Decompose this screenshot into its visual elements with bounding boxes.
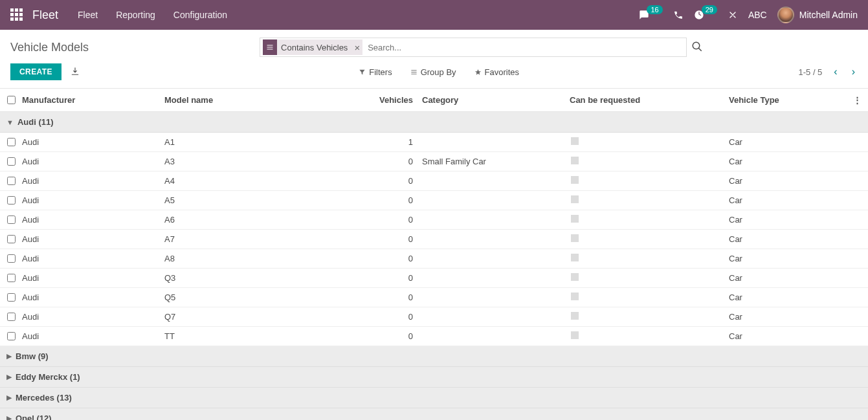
groupby-button[interactable]: Group By [410, 67, 456, 77]
cell-model: Q3 [164, 273, 365, 283]
pager-prev[interactable]: ‹ [831, 66, 840, 78]
discuss-count: 16 [647, 5, 662, 14]
row-checkbox[interactable] [7, 157, 16, 166]
cell-vehicle-type: Car [729, 293, 845, 302]
table-row[interactable]: AudiQ50Car [0, 288, 868, 307]
cell-manufacturer: Audi [22, 176, 164, 186]
cell-vehicles: 0 [365, 176, 417, 186]
phone-icon[interactable] [673, 10, 684, 20]
filters-button[interactable]: Filters [359, 67, 392, 77]
company-switcher[interactable]: ABC [748, 10, 767, 20]
col-vehicles[interactable]: Vehicles [365, 95, 417, 105]
col-vehicle-type[interactable]: Vehicle Type [729, 95, 845, 105]
row-checkbox[interactable] [7, 293, 16, 302]
group-row[interactable]: ▶Opel (12) [0, 408, 868, 420]
top-nav: Fleet Fleet Reporting Configuration 16 2… [0, 0, 868, 30]
cell-can-requested [570, 312, 729, 322]
cell-manufacturer: Audi [22, 234, 164, 244]
cell-can-requested [570, 254, 729, 263]
checkbox-indicator [571, 137, 579, 145]
row-checkbox[interactable] [7, 332, 16, 340]
row-checkbox[interactable] [7, 274, 16, 282]
group-row[interactable]: ▼Audi (11) [0, 112, 868, 133]
group-row[interactable]: ▶Eddy Merckx (1) [0, 367, 868, 388]
pager-next[interactable]: › [849, 66, 858, 78]
group-row[interactable]: ▶Mercedes (13) [0, 388, 868, 408]
user-menu[interactable]: Mitchell Admin [777, 6, 858, 23]
cell-manufacturer: Audi [22, 331, 164, 341]
col-model[interactable]: Model name [164, 95, 365, 105]
search-box[interactable]: Contains Vehicles × [260, 38, 687, 57]
cell-vehicles: 0 [365, 331, 417, 341]
list-view: Manufacturer Model name Vehicles Categor… [0, 89, 868, 420]
table-row[interactable]: AudiA11Car [0, 133, 868, 152]
app-brand[interactable]: Fleet [32, 8, 58, 22]
table-row[interactable]: AudiA80Car [0, 249, 868, 269]
nav-fleet[interactable]: Fleet [78, 10, 98, 20]
discuss-icon[interactable]: 16 [639, 10, 662, 20]
row-checkbox[interactable] [7, 313, 16, 321]
nav-configuration[interactable]: Configuration [173, 10, 227, 20]
table-row[interactable]: AudiQ70Car [0, 307, 868, 327]
import-button[interactable] [71, 67, 80, 78]
group-name: Audi (11) [17, 117, 54, 127]
cell-vehicle-type: Car [729, 215, 845, 225]
cell-model: A8 [164, 254, 365, 263]
col-optional-menu[interactable]: ⋮ [845, 95, 868, 105]
table-row[interactable]: AudiTT0Car [0, 327, 868, 346]
facet-remove[interactable]: × [351, 39, 362, 55]
cell-model: A1 [164, 137, 365, 147]
cell-model: A5 [164, 195, 365, 205]
create-button[interactable]: CREATE [10, 63, 61, 80]
nav-reporting[interactable]: Reporting [116, 10, 155, 20]
apps-icon[interactable] [10, 8, 23, 21]
table-row[interactable]: AudiA30Small Family CarCar [0, 152, 868, 171]
search-input[interactable] [365, 43, 684, 52]
row-checkbox[interactable] [7, 235, 16, 243]
checkbox-indicator [571, 273, 579, 281]
cell-model: A4 [164, 176, 365, 186]
svg-rect-7 [411, 73, 416, 74]
cell-category: Small Family Car [417, 157, 570, 166]
activities-icon[interactable]: 29 [694, 10, 717, 20]
table-row[interactable]: AudiA60Car [0, 210, 868, 230]
search-icon[interactable] [691, 41, 703, 54]
cell-manufacturer: Audi [22, 312, 164, 322]
select-all-checkbox[interactable] [7, 96, 16, 104]
col-can-requested[interactable]: Can be requested [570, 95, 729, 105]
pager-text: 1-5 / 5 [798, 67, 822, 77]
checkbox-indicator [571, 312, 579, 320]
col-manufacturer[interactable]: Manufacturer [22, 95, 164, 105]
close-tray-icon[interactable] [728, 10, 738, 20]
favorites-button[interactable]: Favorites [474, 67, 519, 77]
cell-vehicles: 0 [365, 195, 417, 205]
group-name: Mercedes (13) [16, 393, 72, 403]
user-avatar [777, 6, 794, 23]
cell-can-requested [570, 234, 729, 244]
table-row[interactable]: AudiA50Car [0, 191, 868, 210]
table-row[interactable]: AudiA40Car [0, 171, 868, 191]
row-checkbox[interactable] [7, 254, 16, 263]
cell-vehicles: 0 [365, 157, 417, 166]
filter-facet-icon [263, 39, 277, 55]
row-checkbox[interactable] [7, 138, 16, 146]
checkbox-indicator [571, 215, 579, 223]
row-checkbox[interactable] [7, 196, 16, 204]
checkbox-indicator [571, 293, 579, 300]
table-row[interactable]: AudiA70Car [0, 230, 868, 249]
row-checkbox[interactable] [7, 216, 16, 224]
row-checkbox[interactable] [7, 177, 16, 185]
group-row[interactable]: ▶Bmw (9) [0, 346, 868, 367]
cell-model: TT [164, 331, 365, 341]
table-row[interactable]: AudiQ30Car [0, 269, 868, 288]
cell-can-requested [570, 331, 729, 341]
control-panel: Vehicle Models Contains Vehicles × CREAT… [0, 30, 868, 89]
caret-down-icon: ▼ [6, 118, 14, 126]
group-name: Eddy Merckx (1) [16, 372, 80, 382]
checkbox-indicator [571, 254, 579, 261]
cell-vehicles: 0 [365, 312, 417, 322]
cell-vehicle-type: Car [729, 254, 845, 263]
activities-count: 29 [702, 5, 717, 14]
col-category[interactable]: Category [417, 95, 570, 105]
groupby-label: Group By [421, 67, 456, 77]
